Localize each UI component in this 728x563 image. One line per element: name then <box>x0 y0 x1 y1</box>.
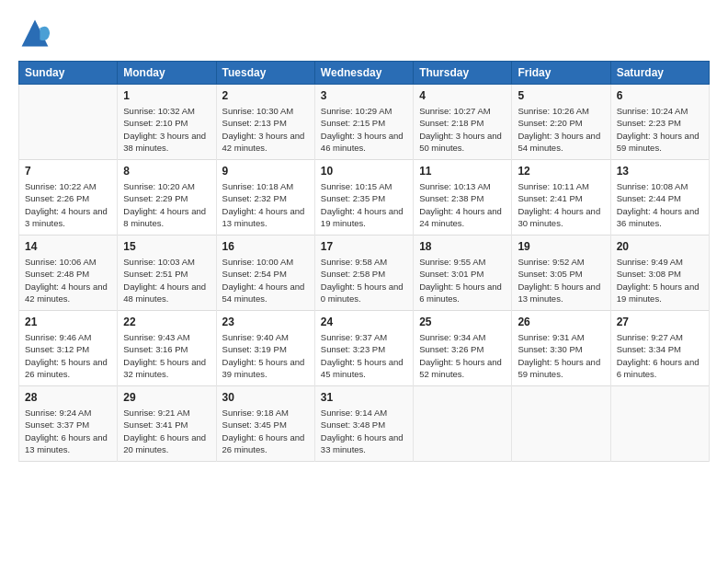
day-number: 22 <box>123 316 210 328</box>
header <box>18 17 710 50</box>
calendar-header: SundayMondayTuesdayWednesdayThursdayFrid… <box>19 62 710 85</box>
day-info: Sunrise: 9:52 AMSunset: 3:05 PMDaylight:… <box>518 256 604 304</box>
calendar-week-row: 14Sunrise: 10:06 AMSunset: 2:48 PMDaylig… <box>19 236 710 311</box>
day-number: 7 <box>25 165 111 178</box>
logo-icon <box>18 17 51 50</box>
calendar-week-row: 21Sunrise: 9:46 AMSunset: 3:12 PMDayligh… <box>19 311 710 386</box>
calendar-cell: 11Sunrise: 10:13 AMSunset: 2:38 PMDaylig… <box>414 160 512 236</box>
day-info: Sunrise: 10:08 AMSunset: 2:44 PMDaylight… <box>617 180 703 229</box>
day-info: Sunrise: 9:43 AMSunset: 3:16 PMDaylight:… <box>123 331 210 380</box>
calendar-cell: 20Sunrise: 9:49 AMSunset: 3:08 PMDayligh… <box>610 236 709 311</box>
day-info: Sunrise: 10:11 AMSunset: 2:41 PMDaylight… <box>518 180 604 229</box>
day-number: 17 <box>321 240 407 253</box>
weekday-header: Friday <box>512 62 610 85</box>
calendar-cell: 26Sunrise: 9:31 AMSunset: 3:30 PMDayligh… <box>512 311 610 386</box>
day-info: Sunrise: 9:37 AMSunset: 3:23 PMDaylight:… <box>321 331 407 380</box>
calendar-cell: 27Sunrise: 9:27 AMSunset: 3:34 PMDayligh… <box>610 311 709 386</box>
day-number: 27 <box>617 316 703 328</box>
day-number: 13 <box>617 165 703 178</box>
calendar-cell: 22Sunrise: 9:43 AMSunset: 3:16 PMDayligh… <box>118 311 216 386</box>
day-info: Sunrise: 10:32 AMSunset: 2:10 PMDaylight… <box>123 105 210 154</box>
day-info: Sunrise: 9:27 AMSunset: 3:34 PMDaylight:… <box>617 331 703 380</box>
day-info: Sunrise: 10:00 AMSunset: 2:54 PMDaylight… <box>222 256 309 304</box>
weekday-header: Thursday <box>414 62 512 85</box>
day-info: Sunrise: 10:27 AMSunset: 2:18 PMDaylight… <box>419 105 506 154</box>
day-number: 10 <box>321 165 407 178</box>
calendar-cell: 28Sunrise: 9:24 AMSunset: 3:37 PMDayligh… <box>19 386 118 462</box>
calendar-cell: 25Sunrise: 9:34 AMSunset: 3:26 PMDayligh… <box>414 311 512 386</box>
day-number: 18 <box>419 240 506 253</box>
calendar-cell: 21Sunrise: 9:46 AMSunset: 3:12 PMDayligh… <box>19 311 118 386</box>
day-number: 2 <box>222 89 309 102</box>
day-info: Sunrise: 9:24 AMSunset: 3:37 PMDaylight:… <box>25 407 111 455</box>
day-info: Sunrise: 9:14 AMSunset: 3:48 PMDaylight:… <box>321 407 407 455</box>
calendar-cell: 4Sunrise: 10:27 AMSunset: 2:18 PMDayligh… <box>414 85 512 160</box>
header-row: SundayMondayTuesdayWednesdayThursdayFrid… <box>19 62 710 85</box>
day-info: Sunrise: 10:26 AMSunset: 2:20 PMDaylight… <box>518 105 604 154</box>
day-info: Sunrise: 9:58 AMSunset: 2:58 PMDaylight:… <box>321 256 407 304</box>
day-number: 23 <box>222 316 309 328</box>
day-info: Sunrise: 9:18 AMSunset: 3:45 PMDaylight:… <box>222 407 309 455</box>
calendar-cell: 1Sunrise: 10:32 AMSunset: 2:10 PMDayligh… <box>118 85 216 160</box>
calendar-cell <box>414 386 512 462</box>
day-info: Sunrise: 10:13 AMSunset: 2:38 PMDaylight… <box>419 180 506 229</box>
day-number: 24 <box>321 316 407 328</box>
calendar-cell: 9Sunrise: 10:18 AMSunset: 2:32 PMDayligh… <box>216 160 314 236</box>
day-number: 3 <box>321 89 407 102</box>
day-number: 5 <box>518 89 604 102</box>
page: SundayMondayTuesdayWednesdayThursdayFrid… <box>0 0 728 563</box>
calendar-week-row: 7Sunrise: 10:22 AMSunset: 2:26 PMDayligh… <box>19 160 710 236</box>
day-info: Sunrise: 10:24 AMSunset: 2:23 PMDaylight… <box>617 105 703 154</box>
day-number: 28 <box>25 391 111 404</box>
day-info: Sunrise: 9:21 AMSunset: 3:41 PMDaylight:… <box>123 407 210 455</box>
calendar-cell: 5Sunrise: 10:26 AMSunset: 2:20 PMDayligh… <box>512 85 610 160</box>
calendar-cell: 10Sunrise: 10:15 AMSunset: 2:35 PMDaylig… <box>314 160 413 236</box>
calendar-cell: 30Sunrise: 9:18 AMSunset: 3:45 PMDayligh… <box>216 386 314 462</box>
calendar-cell: 6Sunrise: 10:24 AMSunset: 2:23 PMDayligh… <box>610 85 709 160</box>
day-number: 26 <box>518 316 604 328</box>
calendar-cell <box>610 386 709 462</box>
calendar-cell: 31Sunrise: 9:14 AMSunset: 3:48 PMDayligh… <box>314 386 413 462</box>
day-info: Sunrise: 10:22 AMSunset: 2:26 PMDaylight… <box>25 180 111 229</box>
day-number: 16 <box>222 240 309 253</box>
calendar-cell <box>19 85 118 160</box>
day-info: Sunrise: 9:46 AMSunset: 3:12 PMDaylight:… <box>25 331 111 380</box>
day-number: 9 <box>222 165 309 178</box>
day-number: 29 <box>123 391 210 404</box>
calendar-body: 1Sunrise: 10:32 AMSunset: 2:10 PMDayligh… <box>19 85 710 462</box>
calendar-week-row: 28Sunrise: 9:24 AMSunset: 3:37 PMDayligh… <box>19 386 710 462</box>
day-info: Sunrise: 9:31 AMSunset: 3:30 PMDaylight:… <box>518 331 604 380</box>
day-info: Sunrise: 9:40 AMSunset: 3:19 PMDaylight:… <box>222 331 309 380</box>
day-info: Sunrise: 10:06 AMSunset: 2:48 PMDaylight… <box>25 256 111 304</box>
calendar-cell: 15Sunrise: 10:03 AMSunset: 2:51 PMDaylig… <box>118 236 216 311</box>
calendar-cell: 19Sunrise: 9:52 AMSunset: 3:05 PMDayligh… <box>512 236 610 311</box>
weekday-header: Saturday <box>610 62 709 85</box>
weekday-header: Wednesday <box>314 62 413 85</box>
day-number: 14 <box>25 240 111 253</box>
day-info: Sunrise: 10:29 AMSunset: 2:15 PMDaylight… <box>321 105 407 154</box>
weekday-header: Monday <box>118 62 216 85</box>
calendar-cell <box>512 386 610 462</box>
day-number: 1 <box>123 89 210 102</box>
calendar-cell: 2Sunrise: 10:30 AMSunset: 2:13 PMDayligh… <box>216 85 314 160</box>
day-number: 15 <box>123 240 210 253</box>
day-info: Sunrise: 9:34 AMSunset: 3:26 PMDaylight:… <box>419 331 506 380</box>
day-info: Sunrise: 10:18 AMSunset: 2:32 PMDaylight… <box>222 180 309 229</box>
calendar-cell: 29Sunrise: 9:21 AMSunset: 3:41 PMDayligh… <box>118 386 216 462</box>
day-number: 6 <box>617 89 703 102</box>
calendar-cell: 12Sunrise: 10:11 AMSunset: 2:41 PMDaylig… <box>512 160 610 236</box>
calendar-cell: 18Sunrise: 9:55 AMSunset: 3:01 PMDayligh… <box>414 236 512 311</box>
calendar-cell: 24Sunrise: 9:37 AMSunset: 3:23 PMDayligh… <box>314 311 413 386</box>
calendar-table: SundayMondayTuesdayWednesdayThursdayFrid… <box>18 61 710 462</box>
day-number: 25 <box>419 316 506 328</box>
day-number: 8 <box>123 165 210 178</box>
calendar-cell: 14Sunrise: 10:06 AMSunset: 2:48 PMDaylig… <box>19 236 118 311</box>
day-info: Sunrise: 10:03 AMSunset: 2:51 PMDaylight… <box>123 256 210 304</box>
day-number: 19 <box>518 240 604 253</box>
weekday-header: Tuesday <box>216 62 314 85</box>
calendar-cell: 8Sunrise: 10:20 AMSunset: 2:29 PMDayligh… <box>118 160 216 236</box>
day-info: Sunrise: 10:20 AMSunset: 2:29 PMDaylight… <box>123 180 210 229</box>
calendar-cell: 23Sunrise: 9:40 AMSunset: 3:19 PMDayligh… <box>216 311 314 386</box>
calendar-cell: 16Sunrise: 10:00 AMSunset: 2:54 PMDaylig… <box>216 236 314 311</box>
day-number: 30 <box>222 391 309 404</box>
